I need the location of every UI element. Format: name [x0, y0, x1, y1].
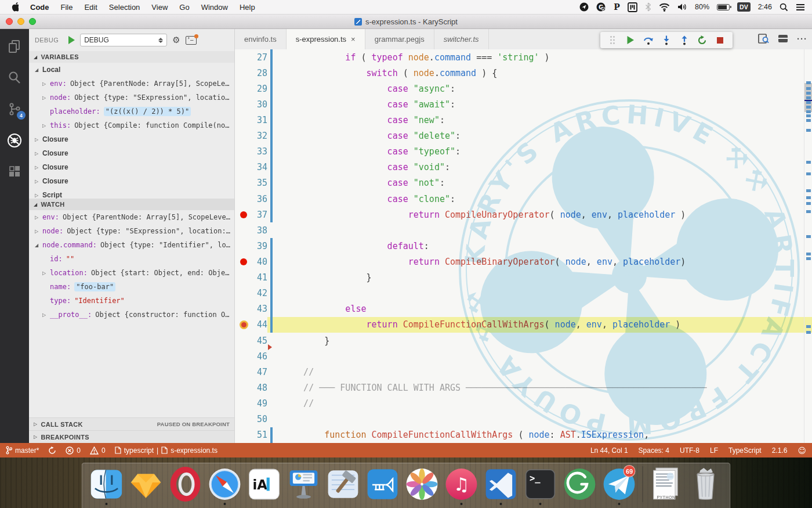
breakpoint-icon[interactable] — [240, 211, 247, 218]
indentation-item[interactable]: Spaces: 4 — [639, 446, 669, 455]
menu-window[interactable]: Window — [201, 3, 228, 12]
errors-item[interactable]: 0 — [66, 446, 81, 455]
dock-grammarly-icon[interactable] — [560, 467, 600, 507]
feedback-smiley-icon[interactable]: ☺ — [798, 446, 806, 455]
workflow-icon[interactable] — [628, 2, 637, 12]
clock[interactable]: 2:46 — [758, 3, 772, 11]
variables-variable-placeholder[interactable]: placeholder:"(z((x() / 2)) * 5)" — [29, 105, 234, 118]
ts-version-item[interactable]: 2.1.6 — [772, 446, 788, 455]
code-line-31[interactable]: 31case "new": — [235, 112, 812, 128]
step-out-button[interactable] — [678, 34, 691, 46]
git-branch-item[interactable]: master* — [6, 446, 39, 455]
code-line-29[interactable]: 29case "async": — [235, 81, 812, 96]
code-line-43[interactable]: 43else — [235, 301, 812, 317]
code-line-37[interactable]: 37return CompileUnaryOperator( node, env… — [235, 207, 812, 222]
variables-variable-node[interactable]: ▷node:Object {type: "SExpression", locat… — [29, 91, 234, 105]
code-line-33[interactable]: 33case "typeof": — [235, 144, 812, 160]
code-line-48[interactable]: 48// ─── FUNCTION CALL WITH ARGS ───────… — [235, 380, 812, 395]
breakpoint-gutter[interactable] — [235, 322, 252, 327]
volume-icon[interactable] — [677, 3, 687, 11]
open-preview-icon[interactable] — [758, 34, 769, 44]
callstack-section-header[interactable]: ▷ CALL STACK PAUSED ON BREAKPOINT — [29, 417, 234, 430]
apple-menu-icon[interactable] — [10, 2, 19, 12]
account-badge[interactable]: DV — [737, 2, 751, 12]
code-line-45[interactable]: 45} — [235, 333, 812, 348]
more-actions-icon[interactable]: ··· — [797, 34, 807, 44]
code-line-28[interactable]: 28switch ( node.command ) { — [235, 65, 812, 81]
restart-button[interactable] — [696, 34, 709, 46]
dock-terminal-icon[interactable]: >_ — [521, 467, 560, 507]
watch-variable-node.command[interactable]: ◢node.command:Object {type: "Identifier"… — [29, 238, 234, 252]
code-line-35[interactable]: 35case "not": — [235, 175, 812, 191]
language-mode-item[interactable]: TypeScript — [728, 446, 762, 455]
zoom-window-button[interactable] — [29, 18, 36, 25]
dock-safari-icon[interactable] — [205, 467, 245, 507]
code-line-46[interactable]: 46 — [235, 348, 812, 364]
split-editor-icon[interactable] — [778, 35, 788, 42]
code-line-38[interactable]: 38 — [235, 222, 812, 238]
code-line-51[interactable]: 51function CompileFunctionCallWithArgs (… — [235, 427, 812, 443]
watch-variable-env[interactable]: ▷env:Object {ParentNode: Array[5], Scope… — [29, 210, 234, 224]
menu-view[interactable]: View — [151, 3, 168, 12]
dock-finder-icon[interactable] — [87, 467, 126, 507]
menu-code[interactable]: Code — [30, 3, 49, 12]
sync-item[interactable] — [48, 446, 56, 455]
watch-variable-__proto__[interactable]: ▷__proto__:Object {constructor: function… — [29, 308, 234, 322]
code-area[interactable]: 27if ( typeof node.command === 'string' … — [235, 49, 812, 443]
dock-sketch-icon[interactable] — [126, 467, 166, 507]
breakpoint-gutter[interactable] — [235, 211, 252, 218]
sidebar-item-source-control[interactable]: 4 — [3, 98, 26, 121]
sidebar-item-explorer[interactable] — [3, 35, 26, 58]
watch-variable-id[interactable]: id:"" — [29, 252, 234, 266]
eol-item[interactable]: LF — [710, 446, 718, 455]
encoding-item[interactable]: UTF-8 — [680, 446, 699, 455]
sidebar-item-debug[interactable] — [3, 129, 26, 152]
password-manager-icon[interactable]: P — [614, 2, 620, 12]
dock-ia-writer-icon[interactable]: iA — [245, 467, 284, 507]
grammarly-menu-icon[interactable]: G — [596, 2, 606, 12]
code-line-36[interactable]: 36case "clone": — [235, 191, 812, 207]
toolbar-drag-handle[interactable] — [606, 34, 619, 46]
notification-center-icon[interactable] — [796, 3, 805, 11]
code-line-40[interactable]: 40return CompileBinaryOperator( node, en… — [235, 254, 812, 269]
spotlight-icon[interactable] — [780, 3, 788, 12]
menu-go[interactable]: Go — [179, 3, 189, 12]
tab-envinfo.ts[interactable]: envinfo.ts — [235, 29, 287, 49]
dock-trumpet-app-icon[interactable] — [363, 467, 403, 507]
continue-button[interactable] — [624, 34, 637, 46]
location-icon[interactable] — [579, 2, 589, 12]
code-line-47[interactable]: 47// — [235, 364, 812, 380]
dock-keynote-icon[interactable] — [284, 467, 324, 507]
code-line-39[interactable]: 39default: — [235, 238, 812, 254]
tab-s-expression.ts[interactable]: s-expression.ts× — [287, 29, 365, 49]
close-window-button[interactable] — [6, 18, 13, 25]
wifi-icon[interactable] — [659, 3, 670, 12]
code-line-30[interactable]: 30case "await": — [235, 96, 812, 112]
dock-itunes-icon[interactable]: ♫ — [442, 467, 481, 507]
menu-edit[interactable]: Edit — [84, 3, 97, 12]
code-line-49[interactable]: 49// — [235, 395, 812, 411]
variables-scope-closure[interactable]: ▷Closure — [29, 146, 234, 160]
current-breakpoint-icon[interactable] — [241, 322, 246, 327]
sidebar-item-extensions[interactable] — [3, 160, 26, 183]
tab-grammar.pegjs[interactable]: grammar.pegjs — [365, 29, 434, 49]
debug-console-icon[interactable] — [186, 36, 197, 45]
variables-scope-local[interactable]: ◢Local — [29, 63, 234, 77]
breakpoints-section-header[interactable]: ▷ BREAKPOINTS — [29, 430, 234, 443]
step-into-button[interactable] — [660, 34, 673, 46]
variables-variable-this[interactable]: ▷this:Object {Compile: function Compile(… — [29, 118, 234, 132]
menu-help[interactable]: Help — [240, 3, 255, 12]
feedback-mode-item[interactable]: typescript | s-expression.ts — [115, 446, 217, 455]
breakpoint-gutter[interactable] — [235, 258, 252, 265]
dock-telegram-icon[interactable]: 69 — [600, 467, 639, 507]
code-line-42[interactable]: 42 — [235, 286, 812, 301]
menu-file[interactable]: File — [61, 3, 73, 12]
warnings-item[interactable]: 0 — [90, 446, 106, 455]
watch-variable-type[interactable]: type:"Identifier" — [29, 294, 234, 308]
code-line-41[interactable]: 41} — [235, 270, 812, 286]
watch-section-header[interactable]: ◢ WATCH — [29, 199, 234, 210]
variables-section-header[interactable]: ◢ VARIABLES — [29, 51, 234, 63]
step-over-button[interactable] — [642, 34, 655, 46]
dock-vscode-icon[interactable] — [481, 467, 521, 507]
variables-scope-closure[interactable]: ▷Closure — [29, 160, 234, 174]
